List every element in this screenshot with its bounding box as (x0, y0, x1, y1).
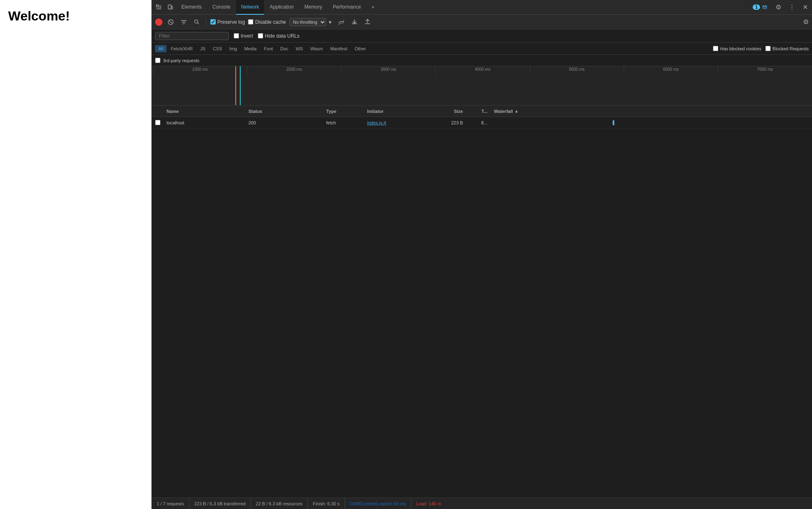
col-header-time: T... (466, 109, 491, 114)
type-filter-other[interactable]: Other (351, 45, 369, 52)
type-filter-font[interactable]: Font (261, 45, 276, 52)
timeline-line-orange (235, 66, 236, 105)
col-header-type: Type (323, 109, 364, 114)
notification-badge: 1 (753, 5, 760, 10)
status-bar: 1 / 7 requests 223 B / 6.3 kB transferre… (152, 498, 812, 509)
filter-input[interactable] (155, 32, 229, 40)
filter-button[interactable] (179, 18, 189, 26)
search-button[interactable] (192, 18, 202, 26)
more-options-btn[interactable]: ⋮ (786, 2, 798, 13)
tab-console[interactable]: Console (208, 0, 235, 15)
status-domcontent: DOMContentLoaded: 56 ms (345, 498, 411, 509)
timeline-line-teal (240, 66, 241, 105)
svg-rect-0 (156, 5, 158, 7)
blocked-requests-input[interactable] (765, 46, 771, 51)
third-party-label[interactable]: 3rd-party requests (155, 58, 199, 63)
svg-line-8 (169, 21, 172, 23)
hide-data-urls-input[interactable] (258, 33, 263, 38)
type-filter-fetch-xhr[interactable]: Fetch/XHR (167, 45, 196, 52)
tick-4: 5000 ms (530, 66, 624, 74)
type-filter-all[interactable]: All (155, 45, 167, 52)
status-resources: 22 B / 6.3 kB resources (251, 498, 308, 509)
preserve-log-input[interactable] (210, 19, 216, 25)
type-filter-css[interactable]: CSS (210, 45, 226, 52)
disable-cache-input[interactable] (248, 19, 253, 25)
svg-rect-4 (168, 5, 171, 9)
row-size: 223 B (433, 120, 466, 125)
type-filter-doc[interactable]: Doc (277, 45, 292, 52)
tab-application[interactable]: Application (265, 0, 299, 15)
type-filter-wasm[interactable]: Wasm (307, 45, 326, 52)
clear-button[interactable] (166, 18, 176, 26)
tab-memory[interactable]: Memory (300, 0, 327, 15)
table-row[interactable]: localhost 200 fetch index.js:4 223 B 8..… (152, 117, 812, 128)
col-header-name: Name (163, 109, 245, 114)
svg-rect-5 (171, 6, 173, 9)
hide-data-urls-checkbox[interactable]: Hide data URLs (258, 33, 300, 39)
row-time: 8... (466, 120, 491, 125)
has-blocked-cookies-checkbox[interactable]: Has blocked cookies (713, 46, 761, 51)
type-filter-ws[interactable]: WS (292, 45, 306, 52)
col-header-status: Status (245, 109, 323, 114)
svg-line-10 (198, 23, 199, 24)
invert-checkbox[interactable]: Invert (234, 33, 253, 39)
row-checkbox[interactable] (155, 120, 160, 125)
devtools-panel: Elements Console Network Application Mem… (151, 0, 812, 509)
settings-gear-btn[interactable]: ⚙ (773, 2, 784, 13)
col-header-initiator: Initiator (364, 109, 433, 114)
type-filter-media[interactable]: Media (241, 45, 260, 52)
row-name: localhost (163, 120, 245, 125)
tick-5: 6000 ms (624, 66, 718, 74)
devtools-tab-bar: Elements Console Network Application Mem… (152, 0, 812, 15)
type-filter-manifest[interactable]: Manifest (327, 45, 351, 52)
network-conditions-btn[interactable] (336, 18, 346, 26)
type-filter-js[interactable]: JS (197, 45, 209, 52)
device-icon-btn[interactable] (165, 3, 176, 12)
third-party-input[interactable] (155, 58, 160, 63)
type-filter-img[interactable]: Img (226, 45, 240, 52)
tick-3: 4000 ms (435, 66, 529, 74)
tab-more[interactable]: » (367, 0, 379, 15)
tab-performance[interactable]: Performance (328, 0, 366, 15)
disable-cache-checkbox[interactable]: Disable cache (248, 19, 286, 25)
tick-6: 7000 ms (718, 66, 812, 74)
svg-point-9 (195, 20, 198, 23)
invert-input[interactable] (234, 33, 239, 38)
page-title: Welcome! (8, 8, 143, 24)
filter-row: Invert Hide data URLs (152, 29, 812, 43)
throttle-select[interactable]: No throttling Slow 3G Fast 3G Offline (289, 18, 326, 26)
network-table: Name Status Type Initiator Size T... Wat… (152, 106, 812, 498)
third-party-row: 3rd-party requests (152, 55, 812, 66)
blocked-requests-checkbox[interactable]: Blocked Requests (765, 46, 809, 51)
top-right-icons: 1 ⚙ ⋮ ✕ (750, 2, 810, 13)
status-finish: Finish: 6.30 s (308, 498, 345, 509)
tick-0: 1000 ms (153, 66, 247, 74)
tick-2: 3000 ms (341, 66, 435, 74)
tab-elements[interactable]: Elements (176, 0, 207, 15)
timeline-ticks: 1000 ms 2000 ms 3000 ms 4000 ms 5000 ms … (152, 66, 812, 74)
preserve-log-checkbox[interactable]: Preserve log (210, 19, 245, 25)
table-header: Name Status Type Initiator Size T... Wat… (152, 106, 812, 117)
import-har-btn[interactable] (350, 18, 359, 26)
notifications-btn[interactable]: 1 (750, 3, 771, 12)
has-blocked-cookies-input[interactable] (713, 46, 718, 51)
timeline-header: 1000 ms 2000 ms 3000 ms 4000 ms 5000 ms … (152, 66, 812, 106)
row-status: 200 (245, 120, 323, 125)
status-transferred: 223 B / 6.3 kB transferred (189, 498, 251, 509)
col-header-size: Size (433, 109, 466, 114)
network-toolbar: Preserve log Disable cache No throttling… (152, 15, 812, 29)
col-header-waterfall: Waterfall ▲ (491, 109, 812, 114)
throttle-dropdown-btn[interactable]: ▾ (327, 18, 333, 26)
record-button[interactable] (155, 18, 162, 26)
waterfall-bar (613, 120, 614, 125)
status-requests: 1 / 7 requests (157, 498, 189, 509)
inspect-icon-btn[interactable] (153, 3, 164, 12)
row-initiator-link[interactable]: index.js:4 (367, 120, 386, 125)
tab-network[interactable]: Network (236, 0, 264, 15)
close-devtools-btn[interactable]: ✕ (800, 2, 810, 13)
network-settings-btn[interactable]: ⚙ (803, 18, 809, 26)
page-content: Welcome! (0, 0, 151, 509)
row-initiator: index.js:4 (364, 120, 433, 125)
export-har-btn[interactable] (363, 18, 372, 26)
waterfall-sort-icon: ▲ (514, 109, 519, 113)
